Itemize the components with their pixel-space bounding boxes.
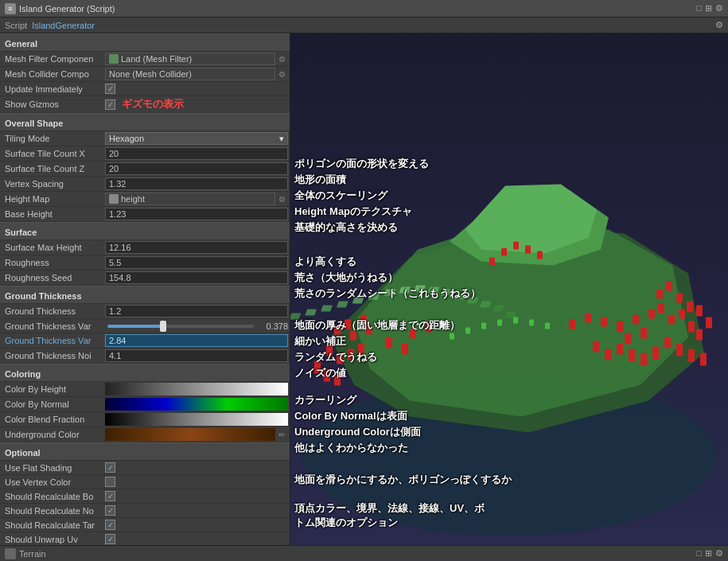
height-map-value[interactable]: height: [105, 193, 275, 205]
ground-thickness-noise-label: Ground Thickness Noi: [2, 351, 105, 360]
ground-thickness-var-row: Ground Thickness Var 2.84: [0, 333, 290, 349]
vertex-spacing-label: Vertex Spacing: [2, 179, 105, 189]
surface-max-height-row: Surface Max Height 12.16: [0, 240, 290, 255]
use-vertex-color-checkbox[interactable]: [105, 477, 115, 487]
svg-rect-75: [465, 328, 470, 334]
minimize-button[interactable]: □: [696, 3, 702, 14]
section-coloring: Coloring: [0, 364, 290, 382]
script-settings-icon[interactable]: ⚙: [715, 20, 723, 30]
height-gradient-bar: [105, 383, 288, 395]
ground-thickness-value[interactable]: 1.2: [105, 305, 288, 318]
mesh-filter-text: Land (Mesh Filter): [121, 54, 192, 64]
base-height-value[interactable]: 1.23: [105, 208, 288, 220]
mesh-collider-value[interactable]: None (Mesh Collider): [105, 68, 275, 80]
svg-rect-28: [366, 325, 372, 335]
color-by-normal-gradient[interactable]: [105, 398, 288, 411]
svg-rect-64: [688, 349, 695, 362]
recalculate-tangents-label: Should Recalculate Tar: [2, 520, 105, 530]
should-unwrap-checkbox[interactable]: ✓: [105, 534, 115, 544]
color-blend-gradient[interactable]: [105, 413, 288, 426]
use-vertex-color-box[interactable]: [105, 477, 115, 487]
recalculate-tangents-checkbox[interactable]: ✓: [105, 520, 115, 530]
section-ground-thickness: Ground Thickness: [0, 286, 290, 304]
use-flat-shading-box[interactable]: ✓: [105, 462, 115, 473]
show-gizmos-checkbox[interactable]: ✓ ギズモの表示: [105, 97, 184, 111]
mesh-filter-settings[interactable]: ⚙: [275, 53, 288, 65]
mesh-filter-icon: [109, 54, 119, 64]
section-surface: Surface: [0, 222, 290, 240]
recalculate-bounds-box[interactable]: ✓: [105, 491, 115, 501]
update-immediately-label: Update Immediately: [2, 84, 105, 94]
should-unwrap-box[interactable]: ✓: [105, 534, 115, 544]
svg-rect-69: [525, 246, 531, 254]
vertex-spacing-value[interactable]: 1.32: [105, 177, 288, 190]
title-bar-controls[interactable]: □ ⊞ ⚙: [696, 3, 723, 14]
roughness-row: Roughness 5.5: [0, 255, 290, 271]
settings-button[interactable]: ⚙: [715, 3, 723, 14]
roughness-seed-row: Roughness Seed 154.8: [0, 271, 290, 286]
color-by-normal-row: Color By Normal: [0, 397, 290, 412]
recalculate-normals-checkbox[interactable]: ✓: [105, 505, 115, 516]
svg-rect-41: [687, 302, 693, 313]
svg-rect-45: [410, 329, 416, 339]
normal-gradient-bar: [105, 398, 288, 411]
underground-gradient-bar: [105, 428, 275, 441]
bottom-settings-btn[interactable]: ⚙: [715, 548, 723, 559]
svg-rect-58: [617, 344, 623, 355]
roughness-value[interactable]: 5.5: [105, 256, 288, 269]
svg-rect-54: [625, 333, 631, 345]
color-by-height-gradient[interactable]: [105, 383, 288, 395]
bottom-expand-btn[interactable]: ⊞: [705, 548, 712, 559]
roughness-seed-value[interactable]: 154.8: [105, 271, 288, 284]
underground-color-label: Underground Color: [2, 430, 105, 439]
svg-rect-32: [358, 344, 364, 355]
tile-count-z-value[interactable]: 20: [105, 162, 288, 175]
mesh-collider-text: None (Mesh Collider): [109, 69, 192, 79]
svg-rect-36: [679, 310, 685, 319]
bottom-bar-controls[interactable]: □ ⊞ ⚙: [696, 548, 723, 559]
svg-rect-46: [426, 323, 432, 333]
show-gizmos-box[interactable]: ✓: [105, 99, 115, 110]
recalculate-tangents-box[interactable]: ✓: [105, 520, 115, 530]
svg-rect-25: [345, 320, 351, 329]
surface-max-height-value[interactable]: 12.16: [105, 241, 288, 254]
use-vertex-color-label: Use Vertex Color: [2, 477, 105, 487]
svg-rect-72: [324, 369, 330, 382]
underground-color-gradient[interactable]: [105, 428, 275, 441]
tile-count-z-row: Surface Tile Count Z 20: [0, 162, 290, 177]
use-flat-shading-checkbox[interactable]: ✓: [105, 462, 115, 473]
should-unwrap-row: Should Unwrap Uv ✓: [0, 532, 290, 545]
recalculate-bounds-checkbox[interactable]: ✓: [105, 491, 115, 501]
mesh-filter-value[interactable]: Land (Mesh Filter): [105, 53, 275, 65]
svg-rect-68: [513, 242, 519, 250]
ground-thickness-slider-track[interactable]: [107, 325, 254, 328]
height-map-settings[interactable]: ⚙: [275, 193, 288, 205]
update-immediately-box[interactable]: ✓: [105, 84, 115, 94]
mesh-collider-settings[interactable]: ⚙: [275, 68, 288, 80]
section-optional: Optional: [0, 442, 290, 461]
ground-thickness-var-slider-row: Ground Thickness Var 0.378: [0, 319, 290, 333]
gizmo-label: ギズモの表示: [122, 97, 184, 111]
update-immediately-checkbox[interactable]: ✓: [105, 84, 115, 94]
color-by-height-row: Color By Height: [0, 382, 290, 397]
svg-rect-63: [676, 344, 683, 356]
ground-thickness-slider-value: 0.378: [256, 321, 288, 331]
maximize-button[interactable]: ⊞: [705, 3, 712, 14]
slider-thumb[interactable]: [160, 321, 166, 332]
svg-rect-50: [617, 321, 623, 333]
color-blend-fraction-label: Color Blend Fraction: [2, 415, 105, 424]
roughness-label: Roughness: [2, 258, 105, 267]
bottom-minimize-btn[interactable]: □: [696, 548, 702, 559]
terrain-svg: [290, 33, 728, 545]
tile-count-x-value[interactable]: 20: [105, 147, 288, 160]
ground-thickness-var-value[interactable]: 2.84: [105, 334, 288, 347]
title-bar: ≡ Island Generator (Script) □ ⊞ ⚙: [0, 0, 728, 18]
recalculate-normals-box[interactable]: ✓: [105, 505, 115, 516]
underground-color-row: Underground Color ✏: [0, 427, 290, 442]
tiling-mode-dropdown[interactable]: Hexagon ▾: [105, 132, 288, 145]
underground-color-edit-icon[interactable]: ✏: [275, 428, 288, 441]
tile-count-x-row: Surface Tile Count X 20: [0, 146, 290, 162]
svg-rect-27: [360, 315, 367, 325]
bottom-bar: Terrain □ ⊞ ⚙: [0, 545, 728, 561]
ground-thickness-noise-value[interactable]: 4.1: [105, 349, 288, 362]
